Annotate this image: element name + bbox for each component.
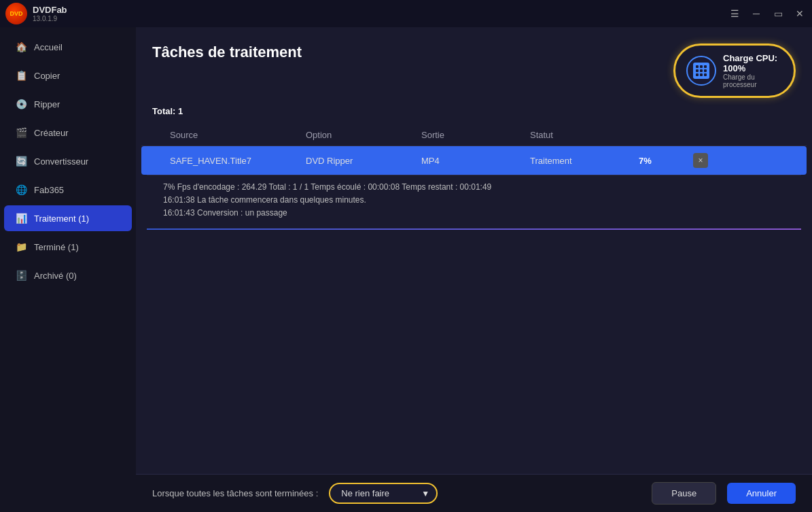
sidebar-item-termine[interactable]: 📁 Terminé (1) <box>4 234 132 260</box>
archive-icon: 🗄️ <box>15 269 27 281</box>
cancel-button[interactable]: Annuler <box>727 483 796 504</box>
sidebar-label-convertisseur: Convertisseur <box>34 156 88 167</box>
progress-divider <box>147 228 801 230</box>
col-progress <box>639 130 693 140</box>
total-line: Total: 1 <box>136 106 812 124</box>
log-area: 7% Fps d'encodage : 264.29 Total : 1 / 1… <box>147 175 801 226</box>
table-container: Source Option Sortie Statut SAFE_HAVEN.T… <box>136 124 812 474</box>
log-line-3: 16:01:43 Conversion : un passage <box>163 207 785 220</box>
sidebar-label-termine: Terminé (1) <box>34 242 79 252</box>
chart-icon: 📊 <box>15 212 27 224</box>
row-option: DVD Ripper <box>306 156 421 166</box>
disc-icon: 💿 <box>15 98 27 110</box>
sidebar-item-createur[interactable]: 🎬 Créateur <box>4 120 132 146</box>
main-layout: 🏠 Accueil 📋 Copier 💿 Ripper 🎬 Créateur 🔄… <box>0 27 812 512</box>
col-action <box>693 130 720 140</box>
creator-icon: 🎬 <box>15 126 27 139</box>
titlebar-controls: ☰ ─ ▭ ✕ <box>728 7 807 20</box>
app-version: 13.0.1.9 <box>33 15 67 22</box>
col-statut: Statut <box>530 130 639 140</box>
sidebar-label-archive: Archivé (0) <box>34 271 77 281</box>
menu-icon[interactable]: ☰ <box>728 7 741 20</box>
restore-icon[interactable]: ▭ <box>771 7 785 20</box>
sidebar-item-traitement[interactable]: 📊 Traitement (1) <box>4 205 132 231</box>
sidebar-item-accueil[interactable]: 🏠 Accueil <box>4 34 132 60</box>
cpu-icon <box>686 56 716 86</box>
col-option: Option <box>306 130 421 140</box>
col-source: Source <box>170 130 306 140</box>
sidebar-label-accueil: Accueil <box>34 42 63 52</box>
table-row-wrapper: SAFE_HAVEN.Title7 DVD Ripper MP4 Traitem… <box>141 146 807 175</box>
minimize-icon[interactable]: ─ <box>749 7 763 20</box>
sidebar-label-copier: Copier <box>34 71 60 81</box>
col-empty <box>149 130 170 140</box>
sidebar-item-copier[interactable]: 📋 Copier <box>4 63 132 88</box>
app-title-version: DVDFab 13.0.1.9 <box>33 5 67 22</box>
copy-icon: 📋 <box>15 69 27 82</box>
convert-icon: 🔄 <box>15 155 27 167</box>
log-line-1: 7% Fps d'encodage : 264.29 Total : 1 / 1… <box>163 181 785 194</box>
web-icon: 🌐 <box>15 184 27 196</box>
pause-button[interactable]: Pause <box>652 482 716 505</box>
sidebar-label-traitement: Traitement (1) <box>34 214 89 224</box>
content: Tâches de traitement Charge CPU: 100% Ch… <box>136 27 812 512</box>
titlebar: DVD DVDFab 13.0.1.9 ☰ ─ ▭ ✕ <box>0 0 812 27</box>
sidebar-item-archive[interactable]: 🗄️ Archivé (0) <box>4 262 132 288</box>
sidebar-item-convertisseur[interactable]: 🔄 Convertisseur <box>4 148 132 174</box>
app-logo: DVD <box>5 3 27 24</box>
titlebar-left: DVD DVDFab 13.0.1.9 <box>5 3 67 24</box>
sidebar-item-fab365[interactable]: 🌐 Fab365 <box>4 177 132 203</box>
sidebar-label-createur: Créateur <box>34 128 69 138</box>
folder-icon: 📁 <box>15 241 27 253</box>
home-icon: 🏠 <box>15 41 27 53</box>
action-select[interactable]: Ne rien faire Éteindre Veille Redémarrer <box>329 483 438 504</box>
page-title: Tâches de traitement <box>152 44 302 61</box>
row-sortie: MP4 <box>421 156 530 166</box>
sidebar: 🏠 Accueil 📋 Copier 💿 Ripper 🎬 Créateur 🔄… <box>0 27 136 512</box>
close-icon[interactable]: ✕ <box>793 7 807 20</box>
row-progress: 7% <box>639 156 693 166</box>
bottom-bar: Lorsque toutes les tâches sont terminées… <box>136 474 812 512</box>
table-header: Source Option Sortie Statut <box>141 124 807 146</box>
row-source: SAFE_HAVEN.Title7 <box>170 156 306 166</box>
app-name: DVDFab <box>33 5 67 15</box>
content-header: Tâches de traitement Charge CPU: 100% Ch… <box>136 27 812 106</box>
cpu-sublabel: Charge du processeur <box>723 73 783 88</box>
cpu-label: Charge CPU: 100% <box>723 53 783 73</box>
bottom-label: Lorsque toutes les tâches sont terminées… <box>152 488 318 498</box>
row-statut: Traitement <box>530 156 639 166</box>
sidebar-item-ripper[interactable]: 💿 Ripper <box>4 91 132 117</box>
action-select-wrapper: Ne rien faire Éteindre Veille Redémarrer… <box>329 483 438 504</box>
sidebar-label-ripper: Ripper <box>34 99 60 109</box>
log-line-2: 16:01:38 La tâche commencera dans quelqu… <box>163 194 785 207</box>
cancel-row-button[interactable]: × <box>693 153 708 168</box>
cpu-indicator: Charge CPU: 100% Charge du processeur <box>673 44 796 98</box>
sidebar-label-fab365: Fab365 <box>34 185 64 195</box>
table-row[interactable]: SAFE_HAVEN.Title7 DVD Ripper MP4 Traitem… <box>141 146 807 175</box>
col-sortie: Sortie <box>421 130 530 140</box>
